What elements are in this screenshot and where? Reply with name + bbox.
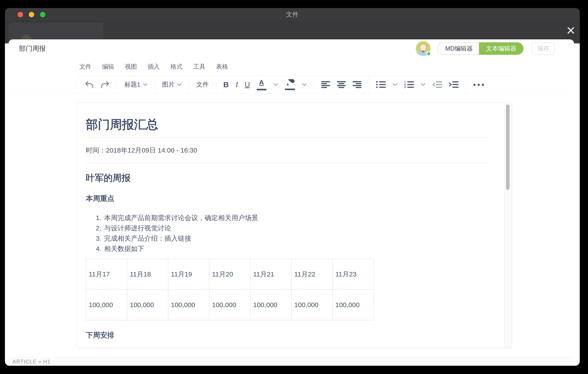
toolbar-file-group: 文件 bbox=[189, 76, 216, 93]
online-status-dot bbox=[426, 51, 431, 56]
numbered-list-button[interactable]: 1 2 3 bbox=[404, 81, 414, 88]
list-item: 与设计师进行视觉讨论 bbox=[103, 223, 488, 233]
toolbar-more-group: ••• bbox=[466, 76, 493, 93]
doc-subheading-this-week: 本周重点 bbox=[86, 194, 488, 203]
image-dropdown[interactable]: 图片 bbox=[162, 80, 182, 89]
toolbar-format-group: B I U A bbox=[216, 76, 314, 93]
table-cell: 11月18 bbox=[127, 259, 168, 290]
menu-file[interactable]: 文件 bbox=[79, 63, 91, 71]
indent-button[interactable] bbox=[449, 81, 459, 88]
heading-dropdown[interactable]: 标题1 bbox=[125, 80, 148, 89]
table-cell: 100,000 bbox=[251, 290, 292, 320]
list-item: 本周完成产品前期需求讨论会议，确定相关用户场景 bbox=[103, 213, 488, 223]
traffic-lights bbox=[18, 12, 45, 17]
chevron-down-icon bbox=[177, 83, 182, 86]
list-item: 完成相关产品介绍：插入链接 bbox=[103, 233, 488, 244]
outdent-icon bbox=[432, 81, 442, 88]
numbered-list-chevron[interactable] bbox=[421, 83, 426, 86]
font-color-chevron[interactable] bbox=[273, 83, 278, 86]
redo-icon bbox=[101, 80, 110, 88]
editor-window: 文件 部门周报 MD编辑器 文本编辑 bbox=[5, 8, 580, 366]
chevron-down-icon bbox=[143, 83, 148, 86]
menu-view[interactable]: 视图 bbox=[125, 63, 137, 71]
text-editor-tab[interactable]: 文本编辑器 bbox=[479, 42, 524, 55]
indent-icon bbox=[449, 81, 459, 88]
doc-section-heading: 叶军的周报 bbox=[86, 172, 488, 184]
underline-button[interactable]: U bbox=[245, 80, 250, 89]
chevron-down-icon bbox=[302, 83, 307, 86]
md-editor-tab[interactable]: MD编辑器 bbox=[438, 43, 479, 54]
table-cell: 100,000 bbox=[292, 290, 333, 320]
redo-button[interactable] bbox=[101, 80, 110, 88]
outdent-button[interactable] bbox=[432, 81, 442, 88]
close-modal-button[interactable] bbox=[566, 25, 576, 35]
close-button[interactable] bbox=[18, 12, 23, 17]
menu-edit[interactable]: 编辑 bbox=[102, 63, 114, 71]
titlebar: 文件 bbox=[5, 8, 580, 21]
menu-format[interactable]: 格式 bbox=[170, 63, 182, 71]
page-title: 部门周报 bbox=[19, 44, 46, 53]
document-page[interactable]: 部门周报汇总 时间：2018年12月09日 14:00 - 16:30 叶军的周… bbox=[77, 102, 512, 347]
table-cell: 100,000 bbox=[86, 290, 127, 320]
element-path-breadcrumb: ARTICLE » H1 bbox=[12, 359, 51, 365]
font-color-button[interactable]: A bbox=[257, 79, 266, 90]
align-right-button[interactable] bbox=[353, 81, 361, 88]
menu-bar: 文件 编辑 视图 插入 格式 工具 表格 bbox=[9, 58, 574, 76]
doc-title: 部门周报汇总 bbox=[86, 117, 488, 132]
scrollbar-thumb[interactable] bbox=[506, 104, 510, 190]
toolbar-heading-group: 标题1 bbox=[117, 76, 155, 93]
doc-time-line: 时间：2018年12月09日 14:00 - 16:30 bbox=[86, 145, 488, 155]
data-table[interactable]: 11月17 11月18 11月19 11月20 11月21 11月22 11月2… bbox=[86, 259, 374, 320]
highlight-color-swatch bbox=[285, 88, 295, 90]
undo-button[interactable] bbox=[84, 80, 94, 88]
panel-header: 部门周报 MD编辑器 文本编辑器 保存 bbox=[9, 39, 574, 58]
zoom-button[interactable] bbox=[40, 12, 45, 17]
font-color-swatch bbox=[257, 89, 266, 90]
menu-insert[interactable]: 插入 bbox=[148, 63, 160, 71]
toolbar-align-group bbox=[314, 76, 369, 93]
table-cell: 100,000 bbox=[209, 290, 251, 320]
menu-tools[interactable]: 工具 bbox=[193, 63, 205, 71]
table-cell: 100,000 bbox=[333, 290, 374, 320]
highlight-chevron[interactable] bbox=[302, 83, 307, 86]
highlighter-icon bbox=[285, 79, 295, 86]
chevron-down-icon bbox=[273, 83, 278, 86]
document-modal-panel: 部门周报 MD编辑器 文本编辑器 保存 文件 编辑 视图 插入 bbox=[9, 39, 574, 366]
table-cell: 100,000 bbox=[168, 290, 209, 320]
chevron-down-icon bbox=[421, 83, 426, 86]
table-row-dates: 11月17 11月18 11月19 11月20 11月21 11月22 11月2… bbox=[86, 259, 374, 290]
toolbar-list-group: 1 2 3 bbox=[369, 76, 466, 93]
highlight-button[interactable] bbox=[285, 79, 295, 90]
bullet-list-button[interactable] bbox=[376, 81, 386, 88]
window-title: 文件 bbox=[286, 10, 299, 19]
table-cell: 11月17 bbox=[86, 259, 127, 290]
table-cell: 11月20 bbox=[209, 259, 251, 290]
close-icon bbox=[567, 26, 575, 35]
minimize-button[interactable] bbox=[29, 12, 34, 17]
bullet-list-icon bbox=[376, 81, 386, 88]
editor-content-area: 部门周报汇总 时间：2018年12月09日 14:00 - 16:30 叶军的周… bbox=[9, 93, 574, 357]
horizontal-rule bbox=[86, 138, 488, 138]
undo-icon bbox=[84, 80, 94, 88]
scrollbar-track[interactable] bbox=[504, 103, 511, 347]
menu-table[interactable]: 表格 bbox=[216, 63, 228, 71]
toolbar-image-group: 图片 bbox=[155, 76, 189, 93]
weekly-highlights-list: 本周完成产品前期需求讨论会议，确定相关用户场景 与设计师进行视觉讨论 完成相关产… bbox=[86, 213, 488, 254]
bullet-list-chevron[interactable] bbox=[392, 83, 398, 86]
align-right-icon bbox=[353, 81, 361, 88]
italic-button[interactable]: I bbox=[235, 80, 238, 89]
table-cell: 11月19 bbox=[168, 259, 209, 290]
table-cell: 11月22 bbox=[292, 259, 333, 290]
bold-button[interactable]: B bbox=[223, 80, 229, 89]
file-attach-button[interactable]: 文件 bbox=[196, 80, 209, 89]
align-center-icon bbox=[337, 81, 346, 88]
avatar[interactable] bbox=[416, 41, 430, 56]
table-cell: 11月21 bbox=[251, 259, 292, 290]
svg-text:3: 3 bbox=[404, 86, 406, 88]
save-button[interactable]: 保存 bbox=[532, 42, 555, 55]
chevron-down-icon bbox=[392, 83, 398, 86]
align-left-button[interactable] bbox=[321, 81, 330, 88]
more-button[interactable]: ••• bbox=[473, 80, 486, 89]
list-item: 相关数据如下 bbox=[103, 244, 488, 254]
align-center-button[interactable] bbox=[337, 81, 346, 88]
